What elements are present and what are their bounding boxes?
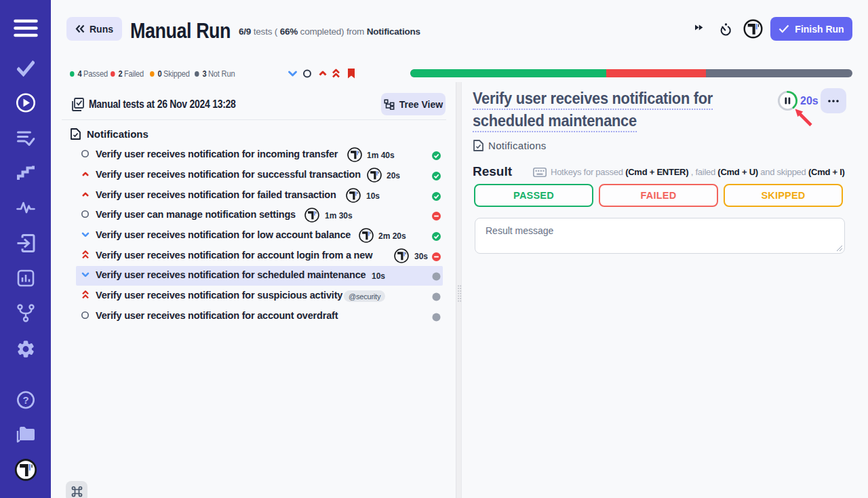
svg-text:?: ?: [22, 394, 28, 406]
